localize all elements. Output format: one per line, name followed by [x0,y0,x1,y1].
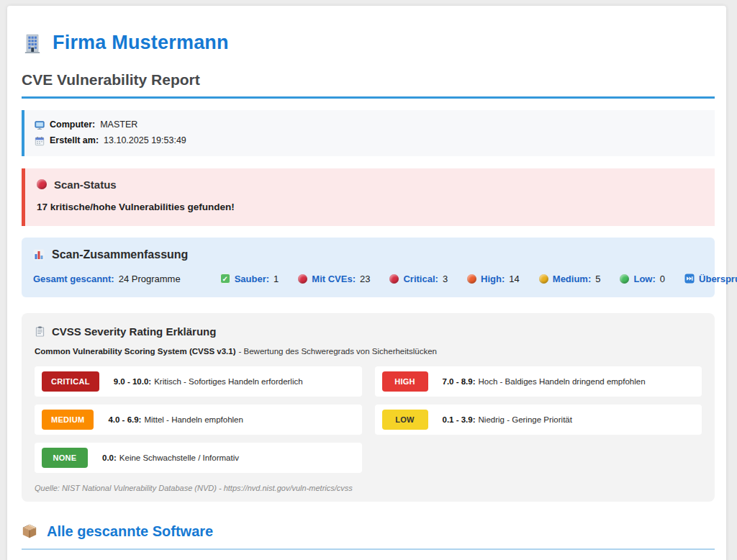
stat-total-scanned: Gesamt gescannt: 24 Programme [33,274,181,284]
cvss-level-text: 0.0:Keine Schwachstelle / Informativ [102,453,239,462]
stat-label: Critical: [403,274,438,284]
cvss-title-row: CVSS Severity Rating Erklärung [35,325,702,338]
red-circle-icon [298,274,307,284]
cvss-range: 9.0 - 10.0: [114,377,151,386]
cvss-level-text: 9.0 - 10.0:Kritisch - Sofortiges Handeln… [114,377,303,386]
stat-label: Gesamt gescannt: [33,274,114,284]
cvss-description: Mittel - Handeln empfohlen [144,415,243,424]
severity-badge-medium: MEDIUM [42,410,94,430]
computer-info: Computer: MASTER [35,117,705,133]
stat-label: Übersprungen (Blacklist): [699,274,737,284]
scan-status-message: 17 kritische/hohe Vulnerabilities gefund… [37,202,703,212]
stat-value: 14 [509,274,519,284]
green-circle-icon [620,274,629,284]
yellow-circle-icon [539,274,548,284]
skip-icon [684,274,695,284]
cvss-range: 7.0 - 8.9: [443,377,476,386]
cvss-description: Niedrig - Geringe Priorität [479,415,572,424]
computer-icon [35,120,45,130]
stat-label: Medium: [553,274,591,284]
cvss-level-medium: MEDIUM 4.0 - 6.9:Mittel - Handeln empfoh… [35,405,362,435]
cvss-range: 0.1 - 3.9: [443,415,476,424]
package-icon [22,523,37,539]
company-name: Firma Mustermann [53,32,229,54]
stat-value: 5 [595,274,600,284]
company-header: Firma Mustermann [22,32,715,54]
scan-status-title: Scan-Status [54,179,117,191]
cvss-level-critical: CRITICAL 9.0 - 10.0:Kritisch - Sofortige… [35,366,362,397]
page-title: CVE Vulnerability Report [22,71,715,99]
cvss-level-low: LOW 0.1 - 3.9:Niedrig - Geringe Prioritä… [375,405,702,435]
stat-value: 0 [660,274,665,284]
stat-label: Sauber: [235,274,269,284]
stat-value: 24 Programme [119,274,181,284]
scan-summary-box: Scan-Zusammenfassung Gesamt gescannt: 24… [22,238,715,297]
cvss-level-grid: CRITICAL 9.0 - 10.0:Kritisch - Sofortige… [35,366,702,473]
summary-title-row: Scan-Zusammenfassung [33,248,703,261]
calendar-icon [35,136,45,146]
report-card: Firma Mustermann CVE Vulnerability Repor… [7,6,726,560]
severity-badge-high: HIGH [382,371,428,392]
severity-badge-none: NONE [42,448,88,468]
stat-label: High: [481,274,505,284]
orange-circle-icon [467,274,476,284]
scan-status-title-row: Scan-Status [37,179,703,191]
check-icon: ✓ [220,274,230,284]
stat-label: Low: [633,274,655,284]
stat-value: 3 [443,274,448,284]
computer-label: Computer: [50,117,95,133]
scan-status-box: Scan-Status 17 kritische/hohe Vulnerabil… [22,168,715,226]
cvss-level-text: 0.1 - 3.9:Niedrig - Geringe Priorität [443,415,572,424]
stat-skipped: Übersprungen (Blacklist): 0 [684,274,737,284]
severity-badge-critical: CRITICAL [42,371,99,392]
cvss-subtitle-rest: - Bewertung des Schweregrads von Sicherh… [238,347,437,356]
clipboard-icon [35,326,45,337]
cvss-subtitle-bold: Common Vulnerability Scoring System (CVS… [35,347,235,356]
software-section-title-row: Alle gescannte Software [22,523,715,550]
cvss-source-note: Quelle: NIST National Vulnerability Data… [35,484,702,492]
stat-critical: Critical: 3 [389,274,448,284]
created-info: Erstellt am: 13.10.2025 19:53:49 [35,133,705,149]
cvss-level-none: NONE 0.0:Keine Schwachstelle / Informati… [35,443,362,473]
stat-value: 23 [360,274,370,284]
bar-chart-icon [33,249,45,261]
cvss-description: Kritisch - Sofortiges Handeln erforderli… [154,377,302,386]
stat-clean: ✓ Sauber: 1 [220,274,279,284]
cvss-level-high: HIGH 7.0 - 8.9:Hoch - Baldiges Handeln d… [375,366,702,397]
created-value: 13.10.2025 19:53:49 [104,133,186,149]
stat-with-cves: Mit CVEs: 23 [298,274,370,284]
cvss-title: CVSS Severity Rating Erklärung [52,325,216,338]
computer-value: MASTER [100,117,137,133]
cvss-range: 0.0: [102,453,117,462]
building-icon [22,32,43,54]
stat-medium: Medium: 5 [539,274,601,284]
severity-badge-low: LOW [382,410,428,430]
red-circle-icon [37,179,47,189]
stat-value: 1 [273,274,279,284]
cvss-level-text: 7.0 - 8.9:Hoch - Baldiges Handeln dringe… [443,377,646,386]
created-label: Erstellt am: [50,133,99,149]
software-section-title: Alle gescannte Software [47,523,213,540]
stat-low: Low: 0 [620,274,665,284]
summary-stats-row: Gesamt gescannt: 24 Programme ✓ Sauber: … [33,274,703,284]
cvss-range: 4.0 - 6.9: [108,415,141,424]
cvss-description: Keine Schwachstelle / Informativ [119,453,239,462]
cvss-description: Hoch - Baldiges Handeln dringend empfohl… [479,377,646,386]
cvss-subtitle: Common Vulnerability Scoring System (CVS… [35,347,702,356]
stat-high: High: 14 [467,274,520,284]
cvss-explanation-box: CVSS Severity Rating Erklärung Common Vu… [22,313,715,502]
meta-info-box: Computer: MASTER Erstellt am: 13.10.2025… [22,110,715,156]
stat-label: Mit CVEs: [312,274,356,284]
summary-title: Scan-Zusammenfassung [52,248,188,261]
cvss-level-text: 4.0 - 6.9:Mittel - Handeln empfohlen [108,415,243,424]
red-circle-icon [389,274,399,284]
